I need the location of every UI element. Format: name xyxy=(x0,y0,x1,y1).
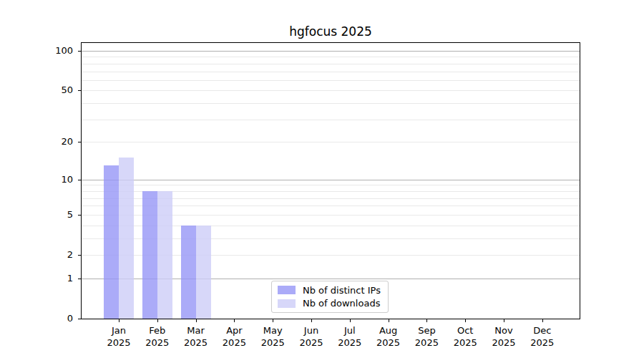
y-gridline-minor xyxy=(82,185,580,185)
x-axis-tick xyxy=(542,319,543,322)
bar-distinct-ips xyxy=(104,165,119,319)
legend-label-distinct-ips: Nb of distinct IPs xyxy=(303,285,381,296)
legend: Nb of distinct IPs Nb of downloads xyxy=(271,281,389,313)
y-axis-tick-label: 20 xyxy=(42,136,73,147)
y-axis-tick xyxy=(78,90,81,91)
x-axis-tick xyxy=(157,319,158,322)
x-axis-tick xyxy=(273,319,273,322)
x-axis-tick xyxy=(119,319,119,322)
y-gridline-minor xyxy=(82,72,580,72)
y-axis-tick-label: 5 xyxy=(42,209,73,221)
y-axis-tick-label: 100 xyxy=(42,45,73,57)
y-axis-tick xyxy=(78,215,81,216)
y-gridline-major xyxy=(82,51,580,52)
y-axis-tick-label: 1 xyxy=(42,273,73,284)
y-axis-tick xyxy=(78,279,81,279)
y-axis-tick xyxy=(78,51,81,52)
y-gridline-minor xyxy=(82,80,580,81)
bar-distinct-ips xyxy=(142,191,157,319)
bar-downloads xyxy=(196,226,211,319)
bar-downloads xyxy=(119,158,134,319)
y-axis-tick xyxy=(78,255,81,256)
x-tick-month: Dec xyxy=(519,324,565,337)
legend-swatch-downloads-icon xyxy=(278,299,296,308)
x-axis-tick xyxy=(465,319,466,322)
y-axis-tick-label: 0 xyxy=(42,313,73,324)
bar-downloads xyxy=(157,191,172,319)
legend-label-downloads: Nb of downloads xyxy=(303,298,380,309)
y-gridline-minor xyxy=(82,120,580,120)
x-axis-tick xyxy=(350,319,351,322)
legend-swatch-distinct-ips-icon xyxy=(278,286,296,294)
plot-area: Nb of distinct IPs Nb of downloads 01251… xyxy=(81,42,580,319)
y-axis-tick-label: 50 xyxy=(42,84,73,96)
x-axis-tick xyxy=(196,319,197,322)
y-axis-tick xyxy=(78,319,81,319)
y-axis-tick xyxy=(78,180,81,180)
y-gridline-minor xyxy=(82,103,580,104)
y-gridline-major xyxy=(82,180,580,180)
x-axis-tick xyxy=(234,319,235,322)
legend-entry-distinct-ips: Nb of distinct IPs xyxy=(278,284,382,296)
x-axis-tick xyxy=(389,319,389,322)
y-gridline-minor xyxy=(82,142,580,142)
legend-entry-downloads: Nb of downloads xyxy=(278,297,382,309)
x-axis-tick-label: Dec2025 xyxy=(519,324,565,349)
figure: hgfocus 2025 Nb of distinct IPs Nb of do… xyxy=(0,0,644,358)
y-axis-tick xyxy=(78,142,81,142)
y-gridline-minor xyxy=(82,64,580,64)
y-axis-tick-label: 10 xyxy=(42,174,73,185)
x-axis-tick xyxy=(504,319,504,322)
x-axis-tick xyxy=(426,319,427,322)
y-axis-tick-label: 2 xyxy=(42,249,73,261)
y-gridline-minor xyxy=(82,90,580,91)
x-axis-tick xyxy=(311,319,312,322)
y-gridline-minor xyxy=(82,57,580,57)
chart-title: hgfocus 2025 xyxy=(81,24,580,39)
bar-distinct-ips xyxy=(181,226,196,319)
x-tick-year: 2025 xyxy=(519,337,565,349)
